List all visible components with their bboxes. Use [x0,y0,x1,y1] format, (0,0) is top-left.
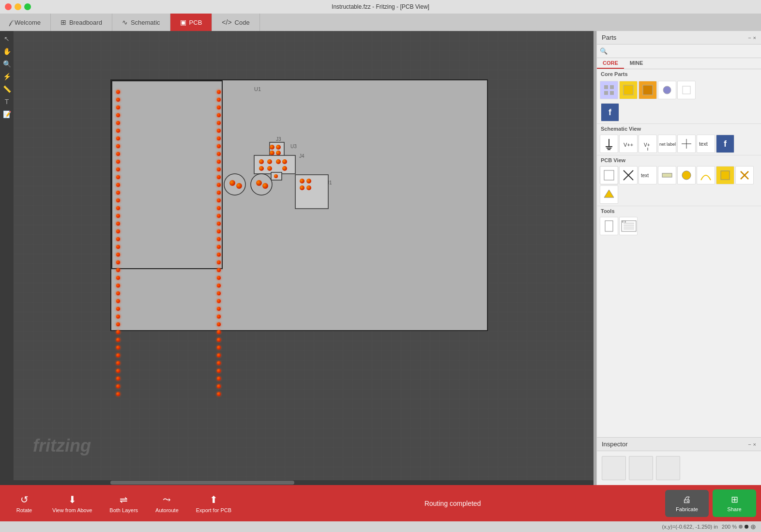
panel-window-controls[interactable]: − × [748,35,756,41]
part-item-5[interactable] [677,81,696,99]
left-tool-note[interactable]: 📝 [1,108,13,120]
pad-c1a-1 [229,180,235,186]
left-tool-route[interactable]: ⚡ [1,71,13,82]
part-item-4[interactable] [658,81,676,99]
part-item-2[interactable] [619,81,638,99]
pcb-part-text[interactable]: text [639,166,657,184]
mine-tab[interactable]: MINE [624,58,649,69]
schematic-part-netlabel[interactable]: net label [658,135,676,153]
pcb-part-square[interactable] [716,166,734,184]
pcb-part-arrow[interactable] [600,185,618,204]
pad-j1-1 [300,179,304,183]
fabricate-icon: 🖨 [683,495,691,505]
connector-dot [217,369,221,373]
tab-code[interactable]: </> Code [212,14,259,31]
pcb-board[interactable]: U1 J3 U3 J4 J1 C1 [110,79,488,331]
part-icon-2 [622,83,635,97]
rotate-tool[interactable]: ↺ Rotate [5,490,44,517]
pcb-part-curve[interactable] [697,166,715,184]
fritzing-logo: fritzing [33,436,91,456]
tab-schematic-label: Schematic [131,19,160,26]
canvas-horizontal-scrollbar[interactable] [14,480,594,485]
schematic-part-misc[interactable] [677,135,696,153]
tab-schematic[interactable]: ∿ Schematic [112,14,170,31]
tool-blank[interactable] [600,217,618,235]
close-button[interactable] [5,3,12,10]
svg-rect-4 [624,85,633,95]
pcb-part-x[interactable] [735,166,754,184]
circle-icon [680,168,693,182]
ground-icon [602,137,616,151]
arrow-icon [602,188,616,201]
left-tool-zoom[interactable]: 🔍 [1,58,13,70]
connector-dot [217,377,221,380]
core-tab[interactable]: CORE [597,58,624,69]
pcb-part-ruler[interactable] [658,166,676,184]
cross-icon [622,168,635,182]
schematic-icon: ∿ [122,18,128,26]
inspector-controls[interactable]: − × [748,441,756,447]
schematic-part-vcc[interactable]: V++ [619,135,638,153]
scrollbar-thumb[interactable] [110,481,294,485]
both-layers-tool[interactable]: ⇌ Both Layers [101,490,147,517]
left-tool-text[interactable]: T [1,96,13,107]
facebook-part-item[interactable]: f [597,101,761,123]
tab-breadboard[interactable]: ⊞ Breadboard [51,14,112,31]
pad-c1b-1 [256,180,262,186]
svg-rect-2 [604,91,608,95]
x-icon [738,168,751,182]
misc-icon [680,137,693,151]
svg-rect-0 [604,85,608,89]
left-tool-arrow[interactable]: ↖ [1,33,13,45]
panel-spacer [597,237,761,437]
pad-u3-1 [259,159,264,164]
search-icon: 🔍 [600,47,608,55]
autoroute-tool[interactable]: ⤳ Autoroute [147,490,187,517]
schematic-part-fb2[interactable]: f [716,135,734,153]
pcb-part-white[interactable] [600,166,618,184]
view-from-above-label: View from Above [52,507,92,513]
view-from-above-tool[interactable]: ⬇ View from Above [44,490,101,517]
code-icon: </> [222,18,231,26]
tab-pcb[interactable]: ▣ PCB [170,14,213,31]
parts-search-bar: 🔍 [597,45,761,58]
tool-grid[interactable]: lll lll [619,217,638,235]
pad-u3-5 [276,159,281,164]
inspector-minimize-icon[interactable]: − [748,441,751,447]
part-item-fb[interactable]: f [601,103,619,122]
panel-minimize-icon[interactable]: − [748,35,751,41]
schematic-part-vcc2[interactable]: V+ [639,135,657,153]
inspector-title: Inspector [602,441,627,448]
canvas-area[interactable]: fritzing [14,31,594,485]
main-area: ↖ ✋ 🔍 ⚡ 📏 T 📝 fritzing [0,31,761,485]
share-button[interactable]: ⊞ Share [713,489,756,517]
part-item-3[interactable] [639,81,657,99]
connector-dot [116,384,120,388]
window-title: Instructable.fzz - Fritzing - [PCB View] [332,3,429,10]
schematic-part-text[interactable]: text [697,135,715,153]
part-icon-1 [602,83,616,97]
minimize-button[interactable] [15,3,21,10]
zoom-in-button[interactable]: ⊕ [750,523,756,531]
inspector-close-icon[interactable]: × [753,441,756,447]
schematic-part-ground[interactable] [600,135,618,153]
status-coordinates: (x,y)=(-0.622, -1.250) in [662,524,718,530]
part-item-1[interactable] [600,81,618,99]
part-icon-3 [641,83,654,97]
maximize-button[interactable] [24,3,31,10]
pcb-part-circle[interactable] [677,166,696,184]
export-pcb-tool[interactable]: ⬆ Export for PCB [187,490,240,517]
tab-pcb-label: PCB [189,19,202,26]
tab-welcome[interactable]: 𝒻 Welcome [0,14,51,31]
pcb-part-cross[interactable] [619,166,638,184]
zoom-controls[interactable]: 200 % ⊕ [722,523,756,531]
connector-dot [116,377,120,380]
fabricate-button[interactable]: 🖨 Fabricate [665,490,709,517]
panel-close-icon[interactable]: × [753,35,756,41]
left-tool-hand[interactable]: ✋ [1,46,13,57]
both-layers-label: Both Layers [109,507,138,513]
left-tool-measure[interactable]: 📏 [1,83,13,95]
window-controls[interactable] [5,3,31,10]
svg-rect-3 [610,91,614,95]
rotate-icon: ↺ [20,494,29,505]
